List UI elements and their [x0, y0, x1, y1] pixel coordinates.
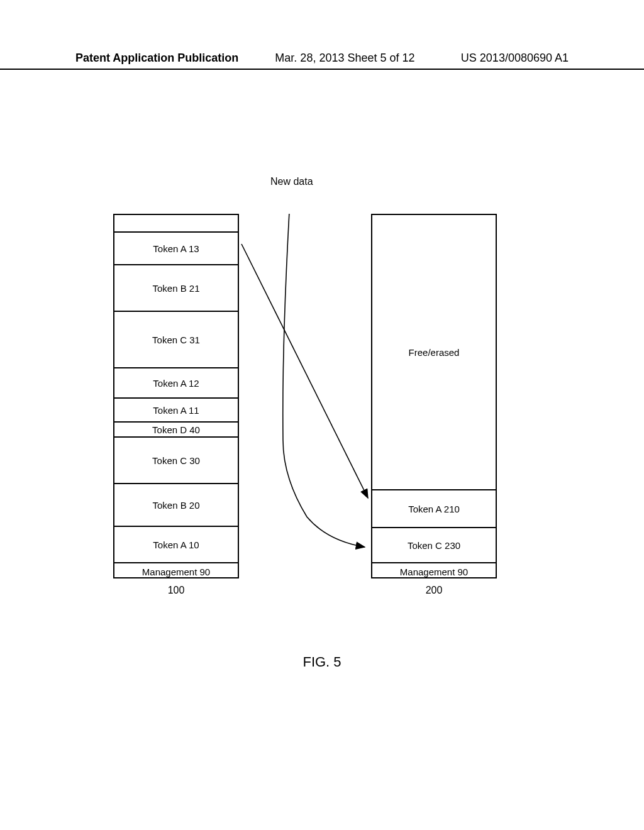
- page-header: Patent Application Publication Mar. 28, …: [0, 52, 644, 70]
- block-cell: Token C 30: [114, 438, 238, 484]
- annotation-new-data: New data: [270, 176, 313, 187]
- left-block-caption: 100: [113, 585, 239, 596]
- header-pubnum: US 2013/0080690 A1: [461, 52, 569, 65]
- block-cell: [114, 215, 238, 233]
- block-cell: Token D 40: [114, 423, 238, 438]
- block-cell: Management 90: [372, 563, 496, 580]
- block-cell: Token B 21: [114, 265, 238, 312]
- right-block: Free/erasedToken A 210Token C 230Managem…: [371, 214, 497, 578]
- block-cell: Token B 20: [114, 484, 238, 527]
- block-cell: Token C 230: [372, 528, 496, 563]
- figure-caption: FIG. 5: [0, 654, 644, 670]
- block-cell: Free/erased: [372, 215, 496, 490]
- header-pub: Patent Application Publication: [75, 52, 238, 65]
- right-block-caption: 200: [371, 585, 497, 596]
- block-cell: Token A 10: [114, 527, 238, 563]
- block-cell: Token A 12: [114, 368, 238, 399]
- block-cell: Token A 210: [372, 490, 496, 528]
- left-block: Token A 13Token B 21Token C 31Token A 12…: [113, 214, 239, 578]
- block-cell: Token A 11: [114, 399, 238, 423]
- header-date-sheet: Mar. 28, 2013 Sheet 5 of 12: [275, 52, 414, 65]
- block-cell: Management 90: [114, 563, 238, 580]
- block-cell: Token A 13: [114, 233, 238, 265]
- figure-diagram: New data Token A 13Token B 21Token C 31T…: [113, 214, 541, 667]
- block-cell: Token C 31: [114, 312, 238, 368]
